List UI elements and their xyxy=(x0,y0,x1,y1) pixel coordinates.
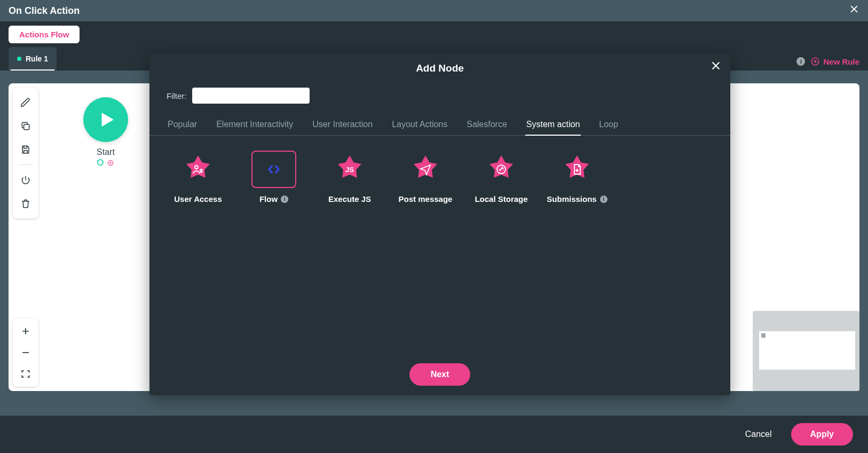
power-icon[interactable] xyxy=(15,169,36,191)
dialog-close-icon[interactable] xyxy=(849,4,859,18)
new-rule-button[interactable]: New Rule xyxy=(810,57,859,66)
canvas-toolbar xyxy=(13,88,38,218)
tab-layout-actions[interactable]: Layout Actions xyxy=(391,114,448,136)
copy-icon[interactable] xyxy=(15,115,36,137)
category-tabs: Popular Element Interactivity User Inter… xyxy=(149,114,730,136)
zoom-toolbar xyxy=(13,318,38,387)
cancel-button[interactable]: Cancel xyxy=(737,424,780,444)
svg-point-3 xyxy=(195,166,198,169)
rule-tab-1[interactable]: Rule 1 xyxy=(9,47,57,71)
submissions-info-badge[interactable]: i xyxy=(600,196,607,203)
minimap-node-dot xyxy=(761,333,766,338)
minimap-viewport xyxy=(759,331,855,370)
modal-close-icon[interactable] xyxy=(710,60,722,75)
storage-icon xyxy=(495,163,508,176)
tab-loop[interactable]: Loop xyxy=(598,114,619,136)
next-button[interactable]: Next xyxy=(409,363,471,386)
dialog-footer: Cancel Apply xyxy=(0,416,868,453)
start-node-label: Start xyxy=(97,147,115,157)
node-post-message[interactable]: Post message xyxy=(394,151,457,204)
node-local-storage[interactable]: Local Storage xyxy=(470,151,533,204)
svg-rect-1 xyxy=(24,124,29,130)
zoom-out-icon[interactable] xyxy=(15,342,36,363)
zoom-in-icon[interactable] xyxy=(15,321,36,342)
node-label: Local Storage xyxy=(475,194,527,204)
flow-info-badge[interactable]: i xyxy=(281,196,288,203)
node-grid: User Access Flow i JS xyxy=(149,136,730,354)
filter-label: Filter: xyxy=(167,91,187,100)
flow-icon xyxy=(259,154,289,184)
node-execute-js[interactable]: JS Execute JS xyxy=(318,151,381,204)
tab-salesforce[interactable]: Salesforce xyxy=(465,114,508,136)
trash-icon[interactable] xyxy=(15,193,36,214)
paper-plane-icon xyxy=(419,163,432,176)
node-user-access[interactable]: User Access xyxy=(167,151,230,204)
node-label: User Access xyxy=(174,194,222,204)
port-output-icon[interactable] xyxy=(97,159,104,166)
node-flow[interactable]: Flow i xyxy=(242,151,305,204)
node-label: Flow xyxy=(259,194,278,204)
apply-button[interactable]: Apply xyxy=(791,423,853,446)
tab-user-interaction[interactable]: User Interaction xyxy=(311,114,374,136)
toolbar-separator xyxy=(18,165,33,165)
new-rule-label: New Rule xyxy=(823,57,859,66)
user-access-icon xyxy=(192,163,204,176)
start-node[interactable]: Start xyxy=(83,97,128,169)
modal-footer: Next xyxy=(149,354,730,395)
dialog-title: On Click Action xyxy=(9,5,849,17)
save-icon[interactable] xyxy=(15,139,36,160)
filter-row: Filter: xyxy=(149,83,730,114)
subheader: Actions Flow xyxy=(0,21,868,47)
rule-tab-label: Rule 1 xyxy=(26,54,48,63)
add-node-modal: Add Node Filter: Popular Element Interac… xyxy=(149,53,730,395)
node-label: Execute JS xyxy=(328,194,371,204)
modal-header: Add Node xyxy=(149,53,730,83)
dialog-header: On Click Action xyxy=(0,0,868,21)
document-icon xyxy=(571,163,583,176)
edit-icon[interactable] xyxy=(15,92,36,113)
node-label: Post message xyxy=(399,194,453,204)
tab-popular[interactable]: Popular xyxy=(167,114,198,136)
add-node-icon[interactable] xyxy=(107,159,114,169)
modal-title: Add Node xyxy=(416,63,464,74)
actions-flow-button[interactable]: Actions Flow xyxy=(9,26,80,43)
fit-view-icon[interactable] xyxy=(15,363,36,385)
minimap[interactable] xyxy=(753,311,859,391)
js-icon: JS xyxy=(345,166,354,174)
node-label: Submissions xyxy=(547,194,596,204)
play-icon xyxy=(83,97,128,142)
tab-element-interactivity[interactable]: Element Interactivity xyxy=(215,114,294,136)
start-node-ports xyxy=(97,159,114,169)
node-submissions[interactable]: Submissions i xyxy=(546,151,609,204)
tab-system-action[interactable]: System action xyxy=(525,114,581,136)
rule-info-badge[interactable]: i xyxy=(796,57,805,66)
filter-input[interactable] xyxy=(192,88,310,104)
rule-active-dot xyxy=(17,57,21,61)
